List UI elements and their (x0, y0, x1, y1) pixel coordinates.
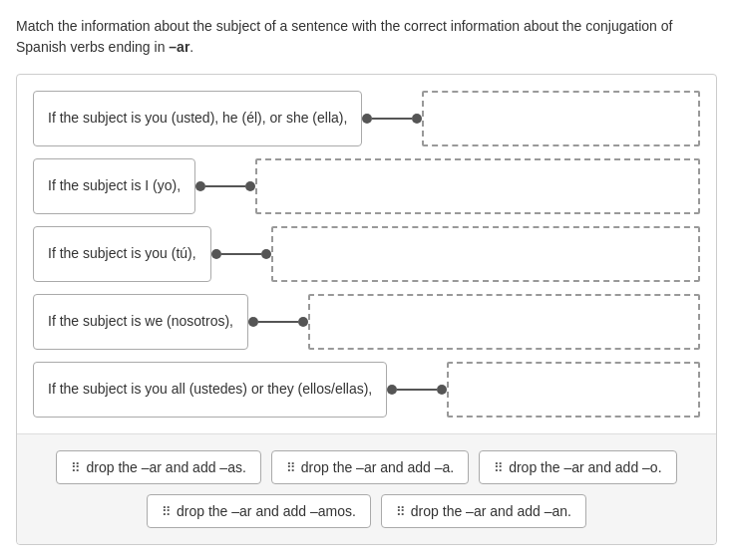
left-item-3: If the subject is you (tú), (33, 226, 211, 282)
line-3 (221, 253, 261, 255)
drag-label-5: drop the –ar and add –an. (411, 503, 571, 519)
line-4 (258, 321, 298, 323)
dot-right-1 (412, 114, 422, 124)
left-item-1: If the subject is you (usted), he (él), … (33, 91, 362, 146)
right-drop-5[interactable] (447, 362, 700, 418)
match-row-1: If the subject is you (usted), he (él), … (33, 91, 700, 146)
drag-icon-4: ⠿ (162, 504, 171, 519)
dot-right-3 (261, 249, 271, 259)
drag-icon-1: ⠿ (71, 460, 80, 475)
dot-right-5 (437, 385, 447, 395)
connector-4 (248, 317, 308, 327)
connector-2 (195, 181, 255, 191)
line-2 (205, 185, 245, 187)
drag-item-2[interactable]: ⠿ drop the –ar and add –a. (271, 450, 469, 484)
instructions-text: Match the information about the subject … (16, 16, 717, 58)
dot-left-4 (248, 317, 258, 327)
match-row-5: If the subject is you all (ustedes) or t… (33, 362, 700, 418)
dot-left-2 (195, 181, 205, 191)
drag-item-4[interactable]: ⠿ drop the –ar and add –amos. (147, 494, 371, 528)
drag-label-4: drop the –ar and add –amos. (177, 503, 356, 519)
match-row-3: If the subject is you (tú), (33, 226, 700, 282)
right-drop-3[interactable] (271, 226, 700, 282)
main-container: If the subject is you (usted), he (él), … (16, 74, 717, 545)
drag-row-2: ⠿ drop the –ar and add –amos. ⠿ drop the… (33, 494, 700, 528)
drag-item-5[interactable]: ⠿ drop the –ar and add –an. (381, 494, 586, 528)
connector-1 (362, 114, 422, 124)
right-drop-1[interactable] (422, 91, 700, 146)
dot-right-2 (245, 181, 255, 191)
drag-row-1: ⠿ drop the –ar and add –as. ⠿ drop the –… (33, 450, 700, 484)
dot-left-1 (362, 114, 372, 124)
bold-ar: –ar (169, 39, 189, 55)
drag-icon-2: ⠿ (286, 460, 295, 475)
matching-section: If the subject is you (usted), he (él), … (33, 91, 700, 418)
left-item-2: If the subject is I (yo), (33, 158, 195, 214)
drag-bank: ⠿ drop the –ar and add –as. ⠿ drop the –… (17, 433, 716, 544)
drag-icon-5: ⠿ (396, 504, 405, 519)
drag-item-3[interactable]: ⠿ drop the –ar and add –o. (479, 450, 676, 484)
drag-label-2: drop the –ar and add –a. (301, 459, 454, 475)
dot-right-4 (298, 317, 308, 327)
dot-left-3 (211, 249, 221, 259)
right-drop-2[interactable] (255, 158, 700, 214)
connector-5 (387, 385, 447, 395)
right-drop-4[interactable] (308, 294, 700, 350)
left-item-5: If the subject is you all (ustedes) or t… (33, 362, 387, 418)
dot-left-5 (387, 385, 397, 395)
line-1 (372, 118, 412, 120)
match-row-2: If the subject is I (yo), (33, 158, 700, 214)
line-5 (397, 389, 437, 391)
left-item-4: If the subject is we (nosotros), (33, 294, 248, 350)
drag-icon-3: ⠿ (494, 460, 503, 475)
drag-label-1: drop the –ar and add –as. (86, 459, 245, 475)
drag-item-1[interactable]: ⠿ drop the –ar and add –as. (56, 450, 260, 484)
connector-3 (211, 249, 271, 259)
drag-label-3: drop the –ar and add –o. (509, 459, 661, 475)
match-row-4: If the subject is we (nosotros), (33, 294, 700, 350)
